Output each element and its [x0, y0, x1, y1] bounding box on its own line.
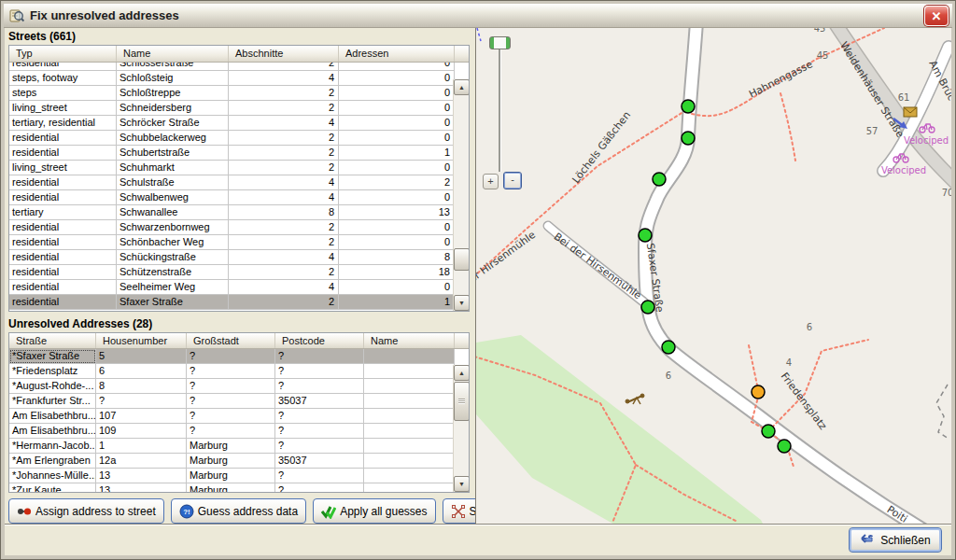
- table-row[interactable]: residentialSfaxer Straße21: [9, 295, 453, 310]
- table-cell: tertiary: [9, 205, 117, 220]
- column-header[interactable]: Straße: [9, 333, 96, 348]
- zoom-in-button[interactable]: +: [483, 174, 499, 189]
- table-cell: 35037: [275, 394, 364, 409]
- table-row[interactable]: tertiary, residentialSchröcker Straße40: [9, 116, 453, 131]
- table-cell: Schulstraße: [117, 175, 229, 190]
- map-zoom-slider[interactable]: [499, 43, 501, 172]
- addresses-scrollbar[interactable]: ▲ ▼: [453, 365, 469, 492]
- table-row[interactable]: residentialSchubbelackerweg20: [9, 131, 453, 146]
- table-cell: 4: [229, 71, 339, 86]
- table-row[interactable]: residentialSchönbacher Weg20: [9, 235, 453, 250]
- table-cell: ?: [96, 394, 187, 409]
- table-row[interactable]: *Hermann-Jacob...1Marburg?: [9, 439, 453, 454]
- table-row[interactable]: residentialSchulstraße42: [9, 175, 453, 190]
- table-cell: ?: [275, 364, 364, 379]
- table-cell: *Friedensplatz: [9, 364, 96, 379]
- streets-scrollbar[interactable]: ▲ ▼: [453, 79, 469, 311]
- app-icon: [9, 8, 24, 23]
- address-node-marker[interactable]: [653, 173, 666, 186]
- address-node-marker[interactable]: [682, 100, 695, 113]
- address-node-marker[interactable]: [752, 385, 765, 399]
- scroll-down-icon[interactable]: ▼: [454, 295, 469, 311]
- table-cell: 109: [96, 424, 187, 439]
- table-cell: 1: [96, 439, 187, 454]
- close-dialog-button[interactable]: Schließen: [849, 527, 942, 553]
- apply-guesses-button[interactable]: Apply all guesses: [313, 498, 435, 524]
- table-row[interactable]: Am Elisabethbru...107??: [9, 409, 453, 424]
- table-cell: 4: [229, 175, 339, 190]
- table-row[interactable]: living_streetSchneidersberg20: [9, 101, 453, 116]
- zoom-out-button[interactable]: -: [503, 172, 522, 189]
- zoom-slider-handle[interactable]: [489, 36, 511, 49]
- column-header[interactable]: Großstadt: [187, 333, 275, 348]
- table-cell: residential: [9, 131, 117, 146]
- table-row[interactable]: *August-Rohde-...8??: [9, 379, 453, 394]
- column-header[interactable]: Housenumber: [96, 333, 187, 348]
- poi-name-label: Velociped: [881, 165, 926, 175]
- table-cell: 2: [339, 175, 455, 190]
- table-cell: Schröcker Straße: [117, 116, 229, 131]
- table-cell: 4: [229, 116, 339, 131]
- scroll-down-icon[interactable]: ▼: [454, 476, 469, 492]
- guess-address-label: Guess address data: [198, 505, 298, 518]
- table-row[interactable]: *Sfaxer Straße5??: [9, 349, 453, 364]
- table-cell: [364, 349, 455, 364]
- table-row[interactable]: residentialSchützenstraße218: [9, 265, 453, 280]
- table-row[interactable]: residentialSchwalbenweg40: [9, 190, 453, 205]
- table-row[interactable]: residentialSchwarzenbornweg20: [9, 220, 453, 235]
- table-row[interactable]: tertiarySchwanallee813: [9, 205, 453, 220]
- map-canvas[interactable]: Löchels GäßchenHahnengasseWeidenhäuser S…: [476, 28, 951, 525]
- table-cell: residential: [9, 295, 117, 310]
- address-node-marker[interactable]: [762, 425, 775, 438]
- column-header[interactable]: Adressen: [339, 46, 455, 62]
- streets-table[interactable]: TypNameAbschnitteAdressen residentialSch…: [8, 45, 470, 312]
- house-number-label: 61: [898, 92, 910, 103]
- addresses-table-header: StraßeHousenumberGroßstadtPostcodeName: [9, 333, 469, 349]
- table-row[interactable]: residentialSeelheimer Weg40: [9, 280, 453, 295]
- column-header[interactable]: Name: [364, 333, 455, 348]
- address-node-marker[interactable]: [682, 132, 695, 145]
- map-panel[interactable]: Löchels GäßchenHahnengasseWeidenhäuser S…: [475, 28, 951, 525]
- action-button-row: Assign address to street ?! Guess addres…: [8, 498, 473, 524]
- table-cell: ?: [275, 483, 364, 492]
- table-row[interactable]: *Frankfurter Str...??35037: [9, 394, 453, 409]
- table-row[interactable]: residentialSchlosserstraße20: [9, 63, 453, 71]
- table-cell: [364, 364, 455, 379]
- addresses-scroll-thumb[interactable]: [454, 382, 469, 421]
- address-node-marker[interactable]: [662, 341, 675, 354]
- titlebar[interactable]: Fix unresolved addresses ✕: [4, 4, 952, 28]
- table-cell: 13: [339, 205, 455, 220]
- table-row[interactable]: residentialSchubertstraße21: [9, 146, 453, 161]
- scroll-up-icon[interactable]: ▲: [454, 79, 469, 95]
- table-row[interactable]: *Friedensplatz6??: [9, 364, 453, 379]
- table-cell: residential: [9, 220, 117, 235]
- table-row[interactable]: Am Elisabethbru...109??: [9, 424, 453, 439]
- table-row[interactable]: living_streetSchuhmarkt20: [9, 161, 453, 175]
- column-header[interactable]: Name: [117, 46, 229, 62]
- table-cell: residential: [9, 235, 117, 250]
- addresses-table[interactable]: StraßeHousenumberGroßstadtPostcodeName *…: [8, 332, 470, 493]
- table-cell: ?: [275, 379, 364, 394]
- address-node-marker[interactable]: [639, 229, 652, 242]
- table-row[interactable]: *Johannes-Mülle...13Marburg?: [9, 469, 453, 483]
- table-row[interactable]: steps, footwaySchloßsteig40: [9, 71, 453, 86]
- street-name-label: Bei der Hirsenmühle: [552, 231, 644, 302]
- table-row[interactable]: stepsSchloßtreppe20: [9, 86, 453, 101]
- table-row[interactable]: *Am Erlengraben12aMarburg35037: [9, 454, 453, 469]
- guess-address-button[interactable]: ?! Guess address data: [171, 498, 306, 524]
- column-header[interactable]: Abschnitte: [229, 46, 339, 62]
- table-row[interactable]: *Zur Kaute13Marburg?: [9, 483, 453, 492]
- scroll-up-icon[interactable]: ▲: [454, 365, 469, 381]
- table-cell: 13: [96, 483, 187, 492]
- table-cell: 2: [229, 235, 339, 250]
- streets-scroll-thumb[interactable]: [454, 248, 469, 271]
- double-check-icon: [321, 504, 336, 519]
- address-node-marker[interactable]: [778, 440, 791, 453]
- assign-address-button[interactable]: Assign address to street: [8, 498, 164, 524]
- column-header[interactable]: Typ: [9, 46, 117, 62]
- table-row[interactable]: residentialSchückingstraße48: [9, 250, 453, 265]
- window-close-button[interactable]: ✕: [924, 6, 949, 26]
- column-header[interactable]: Postcode: [275, 333, 364, 348]
- table-cell: 2: [229, 161, 339, 175]
- table-cell: *Zur Kaute: [9, 483, 96, 492]
